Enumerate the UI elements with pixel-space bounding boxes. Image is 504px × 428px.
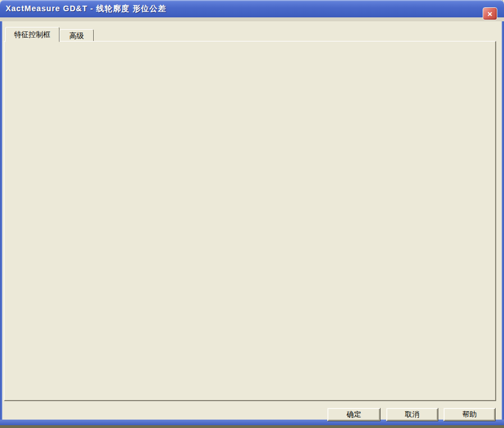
dialog-border-shadow (0, 425, 504, 428)
window-title: XactMeasure GD&T - 线轮廓度 形位公差 (6, 0, 166, 17)
tab-feature-control-frame[interactable]: 特征控制框 (5, 27, 59, 42)
ok-button[interactable]: 确定 (327, 408, 381, 421)
close-icon[interactable]: × (483, 7, 497, 20)
tab-advanced[interactable]: 高级 (59, 29, 94, 42)
titlebar[interactable]: XactMeasure GD&T - 线轮廓度 形位公差 × (0, 0, 504, 17)
help-button[interactable]: 帮助 (443, 408, 496, 421)
tab-page (4, 41, 496, 401)
dialog-window: XactMeasure GD&T - 线轮廓度 形位公差 × 特征控制框 高级 … (0, 0, 504, 428)
cancel-button[interactable]: 取消 (386, 408, 438, 421)
dialog-border-left (0, 21, 2, 420)
dialog-border-right (502, 21, 504, 420)
